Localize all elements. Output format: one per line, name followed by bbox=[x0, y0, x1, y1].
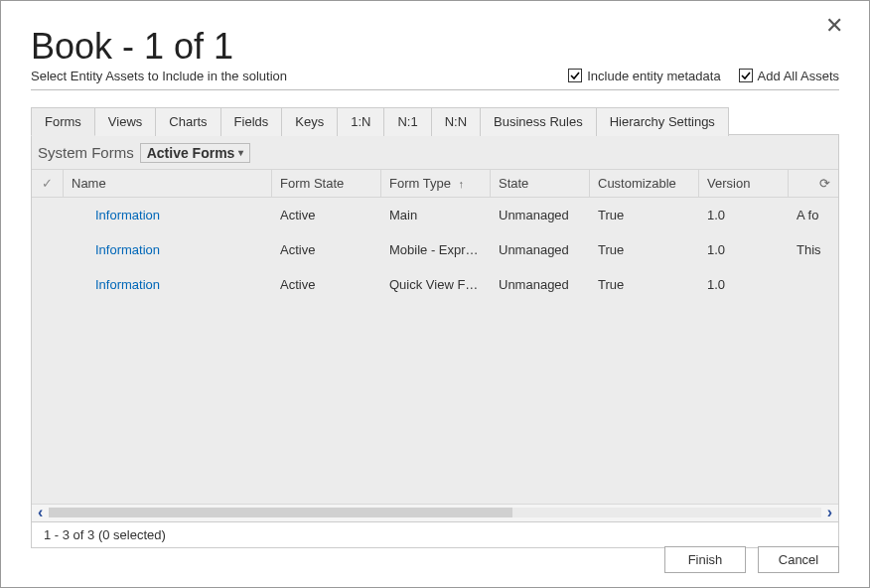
table-body: InformationActiveMainUnmanagedTrue1.0A f… bbox=[32, 198, 838, 504]
scroll-right-icon[interactable]: › bbox=[827, 505, 832, 520]
close-icon[interactable]: ✕ bbox=[825, 15, 843, 37]
row-name-link[interactable]: Information bbox=[64, 271, 272, 298]
tab-n-1[interactable]: N:1 bbox=[384, 107, 431, 136]
row-form-type: Quick View Form bbox=[381, 271, 491, 298]
selection-status: 1 - 3 of 3 (0 selected) bbox=[31, 522, 839, 548]
tab-n-n[interactable]: N:N bbox=[432, 107, 481, 136]
row-form-state: Active bbox=[272, 236, 381, 263]
include-entity-metadata-label: Include entity metadata bbox=[587, 69, 720, 83]
row-description bbox=[789, 271, 838, 298]
row-version: 1.0 bbox=[699, 271, 789, 298]
row-customizable: True bbox=[590, 271, 699, 298]
view-selector-label: Active Forms bbox=[147, 145, 235, 161]
row-description: This bbox=[789, 236, 838, 263]
column-customizable[interactable]: Customizable bbox=[590, 170, 699, 197]
column-form-state[interactable]: Form State bbox=[272, 170, 381, 197]
row-state: Unmanaged bbox=[491, 236, 590, 263]
tab-business-rules[interactable]: Business Rules bbox=[481, 107, 597, 136]
scroll-thumb[interactable] bbox=[49, 508, 511, 517]
checkmark-icon bbox=[739, 69, 753, 82]
view-selector-dropdown[interactable]: Active Forms ▾ bbox=[140, 143, 251, 163]
row-customizable: True bbox=[590, 236, 699, 263]
tab-charts[interactable]: Charts bbox=[156, 107, 220, 136]
column-form-type[interactable]: Form Type ↑ bbox=[381, 170, 491, 197]
sort-ascending-icon: ↑ bbox=[459, 178, 465, 190]
row-form-type: Main bbox=[381, 202, 491, 228]
chevron-down-icon: ▾ bbox=[238, 147, 243, 158]
tabstrip-spacer bbox=[729, 106, 839, 135]
row-checkbox[interactable] bbox=[32, 236, 64, 263]
include-entity-metadata-checkbox[interactable]: Include entity metadata bbox=[568, 69, 720, 83]
table-row[interactable]: InformationActiveMainUnmanagedTrue1.0A f… bbox=[32, 198, 838, 232]
table-row[interactable]: InformationActiveMobile - ExpressUnmanag… bbox=[32, 232, 838, 267]
entity-asset-tabs: FormsViewsChartsFieldsKeys1:NN:1N:NBusin… bbox=[31, 106, 839, 135]
row-form-type: Mobile - Express bbox=[381, 236, 491, 263]
horizontal-scrollbar[interactable]: ‹ › bbox=[32, 504, 838, 521]
tab-hierarchy-settings[interactable]: Hierarchy Settings bbox=[597, 107, 729, 136]
row-version: 1.0 bbox=[699, 202, 789, 228]
tab-forms[interactable]: Forms bbox=[31, 107, 95, 136]
tab-keys[interactable]: Keys bbox=[282, 107, 338, 136]
row-customizable: True bbox=[590, 202, 699, 228]
checkmark-icon bbox=[568, 69, 582, 82]
table-row[interactable]: InformationActiveQuick View FormUnmanage… bbox=[32, 267, 838, 302]
column-state[interactable]: State bbox=[491, 170, 590, 197]
tab-views[interactable]: Views bbox=[95, 107, 156, 136]
tab-1-n[interactable]: 1:N bbox=[338, 107, 384, 136]
page-subtitle: Select Entity Assets to Include in the s… bbox=[31, 69, 287, 83]
column-version[interactable]: Version bbox=[699, 170, 789, 197]
column-description[interactable]: ⟳ bbox=[789, 170, 838, 197]
row-name-link[interactable]: Information bbox=[64, 236, 272, 263]
tab-fields[interactable]: Fields bbox=[221, 107, 283, 136]
refresh-icon[interactable]: ⟳ bbox=[819, 176, 830, 191]
finish-button[interactable]: Finish bbox=[664, 546, 746, 573]
page-title: Book - 1 of 1 bbox=[31, 27, 839, 67]
scroll-track[interactable] bbox=[49, 508, 820, 517]
row-version: 1.0 bbox=[699, 236, 789, 263]
row-form-state: Active bbox=[272, 271, 381, 298]
row-state: Unmanaged bbox=[491, 202, 590, 228]
column-form-type-label: Form Type bbox=[389, 176, 451, 191]
row-name-link[interactable]: Information bbox=[64, 202, 272, 228]
add-all-assets-checkbox[interactable]: Add All Assets bbox=[739, 69, 839, 83]
row-description: A fo bbox=[789, 202, 838, 228]
row-form-state: Active bbox=[272, 202, 381, 228]
column-name[interactable]: Name bbox=[64, 170, 272, 197]
table-header: ✓ Name Form State Form Type ↑ State Cust… bbox=[32, 169, 838, 198]
add-all-assets-label: Add All Assets bbox=[758, 69, 839, 83]
cancel-button[interactable]: Cancel bbox=[758, 546, 839, 573]
view-group-label: System Forms bbox=[38, 144, 134, 161]
scroll-left-icon[interactable]: ‹ bbox=[38, 505, 43, 520]
row-checkbox[interactable] bbox=[32, 202, 64, 228]
row-checkbox[interactable] bbox=[32, 271, 64, 298]
select-all-checkbox[interactable]: ✓ bbox=[32, 170, 64, 197]
row-state: Unmanaged bbox=[491, 271, 590, 298]
